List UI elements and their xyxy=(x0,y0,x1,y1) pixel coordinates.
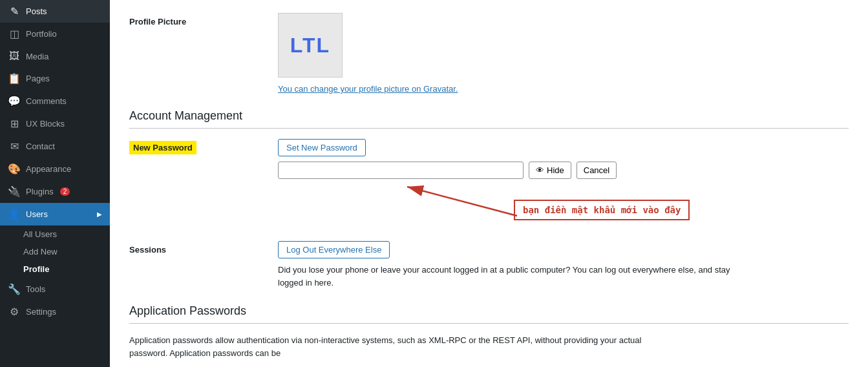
sidebar-item-posts[interactable]: ✎ Posts xyxy=(0,0,110,23)
sidebar-item-label: Pages xyxy=(26,74,50,83)
ux-blocks-icon: ⊞ xyxy=(8,118,21,130)
sidebar-item-label: Plugins xyxy=(26,187,54,196)
avatar: LTL xyxy=(278,13,343,78)
sidebar: ✎ Posts ◫ Portfolio 🖼 Media 📋 Pages 💬 Co… xyxy=(0,0,110,367)
profile-picture-label: Profile Picture xyxy=(129,13,265,26)
users-icon: 👤 xyxy=(8,208,21,220)
annotation-container: bạn điền mật khẩu mới vào đây xyxy=(278,180,849,225)
settings-icon: ⚙ xyxy=(8,306,21,318)
sidebar-item-tools[interactable]: 🔧 Tools xyxy=(0,278,110,300)
sidebar-item-label: Comments xyxy=(26,96,67,106)
annotation-arrow-svg xyxy=(278,180,536,222)
annotation-text: bạn điền mật khẩu mới vào đây xyxy=(514,200,690,220)
media-icon: 🖼 xyxy=(8,50,21,62)
sidebar-item-all-users[interactable]: All Users xyxy=(0,225,110,243)
tools-icon: 🔧 xyxy=(8,283,21,295)
sidebar-item-contact[interactable]: ✉ Contact xyxy=(0,135,110,158)
set-new-password-button[interactable]: Set New Password xyxy=(278,139,366,156)
sessions-section: Sessions Log Out Everywhere Else Did you… xyxy=(129,241,849,289)
profile-picture-content: LTL You can change your profile picture … xyxy=(278,13,849,94)
new-password-control: Set New Password 👁 Hide Cancel xyxy=(278,139,849,225)
users-submenu: All Users Add New Profile xyxy=(0,225,110,278)
sidebar-item-pages[interactable]: 📋 Pages xyxy=(0,67,110,90)
sidebar-item-label: Posts xyxy=(26,6,47,16)
sessions-label: Sessions xyxy=(129,241,265,255)
cancel-password-button[interactable]: Cancel xyxy=(577,162,617,179)
sidebar-item-appearance[interactable]: 🎨 Appearance xyxy=(0,158,110,180)
sidebar-item-plugins[interactable]: 🔌 Plugins 2 xyxy=(0,180,110,203)
gravatar-link[interactable]: You can change your profile picture on G… xyxy=(278,84,458,94)
portfolio-icon: ◫ xyxy=(8,28,21,40)
contact-icon: ✉ xyxy=(8,140,21,152)
main-content: Profile Picture LTL You can change your … xyxy=(110,0,868,367)
sidebar-item-label: UX Blocks xyxy=(26,119,65,129)
password-input[interactable] xyxy=(278,162,524,179)
sidebar-item-label: Contact xyxy=(26,142,55,151)
posts-icon: ✎ xyxy=(8,5,21,17)
application-passwords-description: Application passwords allow authenticati… xyxy=(129,334,646,359)
avatar-initials: LTL xyxy=(290,34,330,58)
new-password-row: New Password Set New Password 👁 Hide Can… xyxy=(129,139,849,225)
eye-icon: 👁 xyxy=(536,165,544,175)
pages-icon: 📋 xyxy=(8,72,21,85)
sidebar-item-label: Users xyxy=(26,209,48,219)
account-management-section: Account Management New Password Set New … xyxy=(129,109,849,225)
sidebar-item-users[interactable]: 👤 Users ▶ xyxy=(0,203,110,225)
password-input-row: 👁 Hide Cancel xyxy=(278,162,849,179)
sessions-description: Did you lose your phone or leave your ac… xyxy=(278,264,730,289)
sidebar-item-media[interactable]: 🖼 Media xyxy=(0,45,110,67)
new-password-label: New Password xyxy=(129,139,265,152)
application-passwords-section: Application Passwords Application passwo… xyxy=(129,304,849,359)
sidebar-item-profile[interactable]: Profile xyxy=(0,260,110,278)
profile-picture-section: Profile Picture LTL You can change your … xyxy=(129,13,849,94)
comments-icon: 💬 xyxy=(8,95,21,107)
sidebar-item-label: Tools xyxy=(26,284,45,294)
sidebar-item-label: Settings xyxy=(26,307,56,317)
log-out-everywhere-button[interactable]: Log Out Everywhere Else xyxy=(278,241,390,258)
sidebar-item-ux-blocks[interactable]: ⊞ UX Blocks xyxy=(0,112,110,135)
sidebar-item-add-new[interactable]: Add New xyxy=(0,243,110,260)
appearance-icon: 🎨 xyxy=(8,163,21,175)
svg-line-1 xyxy=(407,187,517,216)
sessions-control: Log Out Everywhere Else Did you lose you… xyxy=(278,241,849,289)
sidebar-item-settings[interactable]: ⚙ Settings xyxy=(0,300,110,323)
hide-password-button[interactable]: 👁 Hide xyxy=(529,162,571,179)
plugins-badge: 2 xyxy=(60,187,70,196)
application-passwords-title: Application Passwords xyxy=(129,304,849,324)
plugins-icon: 🔌 xyxy=(8,185,21,198)
account-management-title: Account Management xyxy=(129,109,849,129)
sidebar-item-label: Portfolio xyxy=(26,29,57,39)
sidebar-item-comments[interactable]: 💬 Comments xyxy=(0,90,110,112)
sidebar-item-label: Appearance xyxy=(26,164,71,174)
sidebar-item-portfolio[interactable]: ◫ Portfolio xyxy=(0,23,110,45)
sessions-row: Sessions Log Out Everywhere Else Did you… xyxy=(129,241,849,289)
users-arrow-icon: ▶ xyxy=(97,211,102,218)
sidebar-item-label: Media xyxy=(26,52,48,61)
